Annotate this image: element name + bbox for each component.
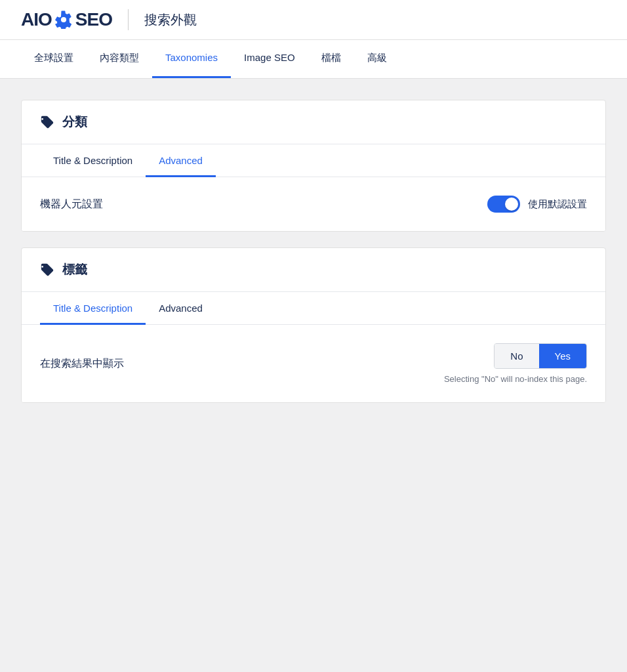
tags-show-label: 在搜索結果中顯示 — [40, 357, 124, 371]
tags-card-body: 在搜索結果中顯示 No Yes Selecting "No" will no-i… — [22, 325, 605, 402]
taxonomy-title: 分類 — [62, 114, 87, 131]
taxonomy-card-header: 分類 — [22, 100, 605, 144]
logo-seo-text: SEO — [75, 9, 112, 30]
nav-tab-global[interactable]: 全球設置 — [21, 40, 87, 78]
nav-tab-taxonomies[interactable]: Taxonomies — [152, 40, 231, 78]
tags-tab-title-desc[interactable]: Title & Description — [40, 292, 146, 325]
taxonomy-inner-tabs: Title & Description Advanced — [22, 144, 605, 177]
taxonomy-card-body: 機器人元設置 使用默認設置 — [22, 177, 605, 231]
tags-inner-tabs: Title & Description Advanced — [22, 292, 605, 325]
nav-tab-schema[interactable]: 檔檔 — [308, 40, 354, 78]
yes-button[interactable]: Yes — [539, 344, 586, 368]
taxonomy-toggle-label: 使用默認設置 — [528, 198, 587, 211]
header: AIO SEO 搜索外觀 — [0, 0, 627, 40]
tags-title: 標籤 — [62, 261, 87, 278]
logo: AIO SEO — [21, 9, 112, 30]
taxonomy-robots-label: 機器人元設置 — [40, 198, 103, 211]
no-button[interactable]: No — [495, 344, 538, 368]
tags-card-header: 標籤 — [22, 248, 605, 292]
tags-yn-group: No Yes — [494, 343, 587, 369]
nav-tab-advanced[interactable]: 高級 — [354, 40, 400, 78]
taxonomy-toggle[interactable] — [487, 196, 520, 213]
taxonomy-toggle-knob — [505, 198, 518, 211]
section-taxonomy-card: 分類 Title & Description Advanced 機器人元設置 使… — [21, 100, 606, 232]
taxonomy-tab-advanced[interactable]: Advanced — [146, 144, 216, 177]
taxonomy-toggle-wrapper: 使用默認設置 — [487, 196, 587, 213]
logo-aio-text: AIO — [21, 9, 52, 30]
tags-yn-wrapper: No Yes Selecting "No" will no-index this… — [444, 343, 587, 384]
tags-show-in-search-row: 在搜索結果中顯示 No Yes Selecting "No" will no-i… — [40, 343, 587, 384]
nav-tab-image-seo[interactable]: Image SEO — [231, 40, 308, 78]
tags-tab-advanced[interactable]: Advanced — [146, 292, 216, 325]
taxonomy-tab-title-desc[interactable]: Title & Description — [40, 144, 146, 177]
page-title: 搜索外觀 — [144, 11, 197, 29]
main-content: 分類 Title & Description Advanced 機器人元設置 使… — [0, 79, 627, 424]
tags-hint: Selecting "No" will no-index this page. — [444, 374, 587, 384]
nav-tab-content-type[interactable]: 內容類型 — [87, 40, 152, 78]
taxonomy-robots-row: 機器人元設置 使用默認設置 — [40, 196, 587, 213]
gear-icon — [54, 10, 73, 29]
tag-icon-2 — [40, 262, 54, 277]
nav-bar: 全球設置 內容類型 Taxonomies Image SEO 檔檔 高級 — [0, 40, 627, 79]
tag-icon-1 — [40, 115, 54, 129]
header-divider — [128, 9, 129, 30]
section-tags-card: 標籤 Title & Description Advanced 在搜索結果中顯示… — [21, 247, 606, 403]
